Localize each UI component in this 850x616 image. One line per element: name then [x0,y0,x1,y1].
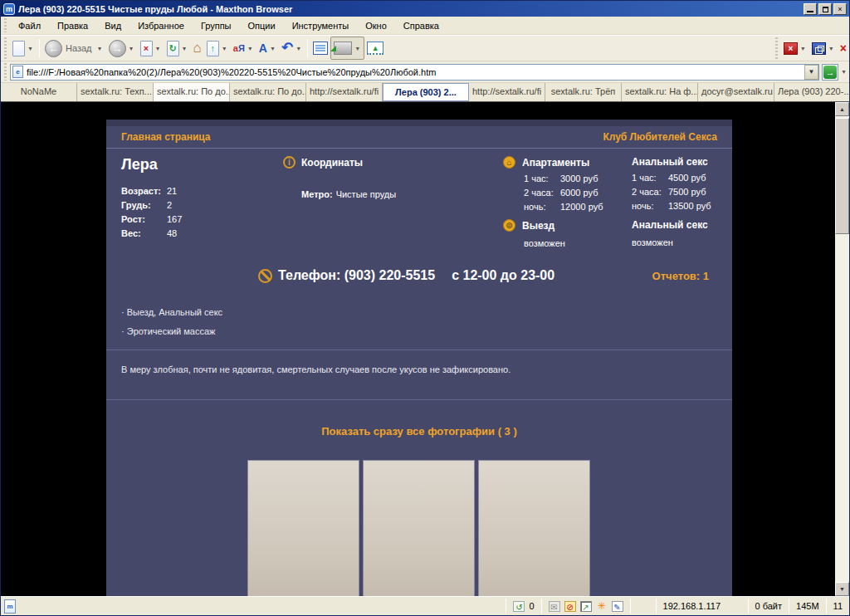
undo-dropdown[interactable]: ▾ [295,45,302,52]
tab-nonamе[interactable]: NoNaMe [1,83,77,101]
tab-dosug[interactable]: досуг@sextalk.ru [698,83,774,101]
url-input[interactable]: file:///F:/Новая%20папка%20(2)/Лера%20(9… [27,67,804,77]
close-tab-button[interactable]: × ▾ [781,37,809,60]
tab-sextalk-1[interactable]: sextalk.ru: Техп... [77,83,154,101]
tab-sextalk-4[interactable]: http://sextalk.ru/fi [306,83,383,101]
anal-pricing-title: Анальный секс [632,156,711,168]
tab-sextalk-6[interactable]: sextalk.ru: Трёп [545,83,622,101]
font-size-button[interactable]: A ▾ [256,37,279,60]
addressbar-grip[interactable] [2,63,8,81]
open-folder-button[interactable]: ↑ ▾ [204,37,231,60]
window-arrange-button[interactable]: ▾ [809,37,838,60]
edit-mode-icon[interactable]: ✎ [612,601,623,612]
close-button[interactable]: × [833,3,847,15]
proxy-icon[interactable]: ↗ [580,601,592,612]
menu-tools[interactable]: Инструменты [284,18,358,33]
menu-window[interactable]: Окно [357,18,395,33]
panel-toggle-button[interactable]: ▲ [364,37,386,60]
popup-blocker-icon[interactable]: ⊘ [564,601,576,612]
forward-button[interactable]: → ▾ [106,37,138,60]
phone-row: Телефон: (903) 220-5515 с 12-00 до 23-00 [258,268,554,283]
menu-view[interactable]: Вид [96,18,129,33]
back-dropdown[interactable]: ▾ [96,45,104,52]
memory-usage: 145M [789,601,826,611]
refresh-dropdown[interactable]: ▾ [181,45,188,52]
show-all-photos-link[interactable]: Показать сразу все фотографии ( 3 ) [106,425,732,438]
scroll-thumb[interactable] [835,118,849,234]
price-value: 13500 руб [668,201,711,215]
menubar-grip[interactable] [2,18,8,32]
forward-dropdown[interactable]: ▾ [128,45,135,52]
home-button[interactable]: ⌂ [191,37,204,60]
menu-groups[interactable]: Группы [193,18,240,33]
menu-help[interactable]: Справка [395,18,447,33]
go-dropdown[interactable]: ▾ [840,68,848,76]
restore-button[interactable] [818,3,832,15]
form-fill-button[interactable] [310,37,330,60]
capture-dropdown[interactable]: ▾ [354,45,361,52]
recycle-bin-icon[interactable]: ↺ [513,601,525,612]
scroll-up-button[interactable]: ▲ [835,102,849,116]
status-bar: m ↺ 0 ✉ ⊘ ↗ ✳ ✎ 192.168.1.117 0 байт 145… [1,596,849,615]
metro-value: Чистые пруды [336,189,397,199]
anal-availability-title: Анальный секс [632,219,708,231]
new-page-dropdown[interactable]: ▾ [27,45,34,52]
undo-button[interactable]: ↶ ▾ [279,37,305,60]
page-top-strip [106,120,732,126]
right-toolbar-grip[interactable] [774,37,779,59]
splash-icon[interactable]: ✳ [596,601,608,612]
back-button[interactable]: ← Назад ▾ [42,37,106,60]
minimize-button[interactable] [804,3,817,15]
tab-sextalk-5[interactable]: http://sextalk.ru/fi [469,83,545,101]
scroll-down-button[interactable]: ▼ [835,582,849,596]
capture-icon [334,42,352,55]
stop-dropdown[interactable]: ▾ [154,45,162,52]
photo-thumbnail-3[interactable] [478,460,590,596]
stop-button[interactable]: × ▾ [138,37,164,60]
profile-name: Лера [121,156,158,174]
apartments-price-row: ночь:12000 руб [524,202,603,216]
photo-thumbnail-2[interactable] [363,460,475,596]
mail-hand-icon[interactable]: ✉ [549,601,560,612]
filter-count: 0 [529,601,534,611]
tab-lera-2[interactable]: Лера (903) 220-... [774,83,849,101]
menu-options[interactable]: Опции [240,18,284,33]
close-tab-dropdown[interactable]: ▾ [799,45,807,52]
window-arrange-dropdown[interactable]: ▾ [828,45,835,52]
reports-link[interactable]: Отчетов: 1 [652,270,709,282]
home-page-link[interactable]: Главная страница [121,131,211,143]
stat-weight-label: Вес: [121,228,167,242]
apartments-block: ⌂ Апартаменты 1 час:3000 руб 2 часа:6000… [503,156,603,216]
refresh-button[interactable]: ↻ ▾ [164,37,191,60]
tab-sextalk-3[interactable]: sextalk.ru: По до... [230,83,306,101]
toolbar-grip[interactable] [2,37,8,59]
font-size-dropdown[interactable]: ▾ [269,45,276,52]
menu-file[interactable]: Файл [10,18,49,33]
price-label: 2 часа: [524,188,560,202]
phone-icon [258,269,272,283]
tab-lera-active[interactable]: Лера (903) 2... [383,83,469,101]
url-field[interactable]: e file:///F:/Новая%20папка%20(2)/Лера%20… [10,64,819,81]
description-text: В меру злобная, почти не ядовитая, смерт… [121,364,510,374]
capture-button[interactable]: ▾ [330,37,364,60]
tab-sextalk-2[interactable]: sextalk.ru: По до... [154,83,230,101]
photo-thumbnail-1[interactable] [247,460,359,596]
tab-sextalk-7[interactable]: sextalk.ru: На ф... [622,83,698,101]
club-link[interactable]: Клуб Любителей Секса [603,131,717,143]
close-all-button[interactable]: × [838,37,849,60]
apartments-title: Апартаменты [522,157,589,169]
go-button[interactable]: → [822,64,838,81]
vertical-scrollbar[interactable]: ▲ ▼ [835,102,849,596]
open-folder-dropdown[interactable]: ▾ [221,45,228,52]
folder-up-icon: ↑ [207,41,219,56]
menu-edit[interactable]: Правка [49,18,96,33]
browser-window: m Лера (903) 220-5515 Чистые пруды Любой… [0,0,850,616]
stat-weight-value: 48 [167,228,177,242]
translate-button[interactable]: аЯ ▾ [231,37,256,60]
toolbar-separator [39,39,40,57]
url-history-dropdown[interactable]: ▼ [804,65,818,80]
menu-favorites[interactable]: Избранное [129,18,193,33]
metro-row: Метро:Чистые пруды [301,189,396,199]
translate-dropdown[interactable]: ▾ [247,45,254,52]
new-page-button[interactable]: ▾ [10,37,37,60]
